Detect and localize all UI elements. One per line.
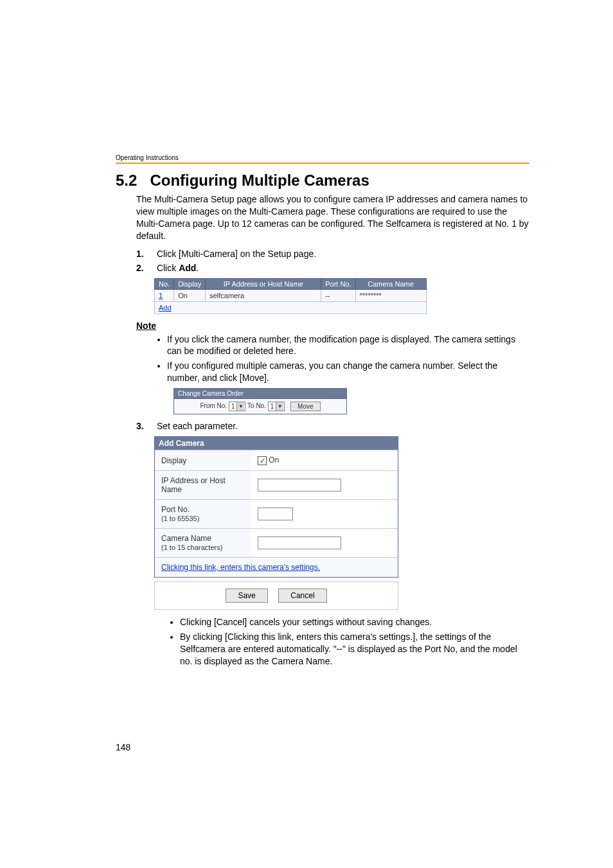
port-input[interactable] [258,508,293,520]
page-number: 148 [116,742,130,752]
note-bullet-2: If you configured multiple cameras, you … [167,360,529,384]
step-1: 1. Click [Multi-Camera] on the Setup pag… [136,249,529,259]
camera-name-input[interactable] [258,536,341,549]
port-label-cell: Port No. (1 to 65535) [155,499,251,528]
camera-table-row-add: Add [155,301,427,314]
th-port: Port No. [321,278,355,289]
th-display: Display [174,278,206,289]
display-label: Display [155,450,251,471]
from-no-select[interactable]: 1▼ [229,402,246,411]
to-no-label: To No. [247,402,266,409]
port-hint: (1 to 65535) [161,515,199,522]
cancel-button[interactable]: Cancel [278,589,326,603]
step-2: 2. Click Add. [136,263,529,273]
port-label: Port No. [161,505,190,514]
step-1-text: Click [Multi-Camera] on the Setup page. [157,249,316,259]
display-cell: ✓ On [251,450,398,471]
post-bullet-1: Clicking [Cancel] cancels your settings … [180,616,529,628]
ip-cell [251,470,398,499]
step-3: 3. Set each parameter. [136,421,529,431]
th-camera-name: Camera Name [355,278,426,289]
camera-row-1-ip: selfcamera [206,289,321,301]
step-2-text: Click Add. [157,263,199,273]
display-checkbox[interactable]: ✓ [258,456,267,465]
camera-name-label: Camera Name [161,534,211,543]
step-2-bold: Add [179,263,196,273]
from-no-value: 1 [231,403,235,410]
display-value: On [269,456,279,465]
camera-name-cell [251,528,398,557]
note-heading: Note [136,321,529,331]
step-2-prefix: Click [157,263,179,273]
camera-add-link[interactable]: Add [155,301,427,314]
chevron-down-icon: ▼ [276,402,283,411]
camera-list-table: No. Display IP Address or Host Name Port… [154,278,427,314]
camera-row-1-display: On [174,289,206,301]
save-button[interactable]: Save [226,589,267,603]
step-3-text: Set each parameter. [157,421,238,431]
change-order-title: Change Camera Order [174,389,346,399]
camera-table-row-1: 1 On selfcamera -- ******** [155,289,427,301]
chevron-down-icon: ▼ [236,402,244,411]
th-no: No. [155,278,174,289]
from-no-label: From No. [200,402,227,409]
camera-name-hint: (1 to 15 characters) [161,544,222,551]
add-camera-title: Add Camera [155,437,398,450]
self-settings-link[interactable]: Clicking this link, enters this camera's… [161,563,320,572]
to-no-value: 1 [271,403,274,410]
step-2-number: 2. [136,263,154,273]
th-ip: IP Address or Host Name [206,278,321,289]
save-cancel-row: Save Cancel [154,581,398,610]
section-heading: 5.2 Configuring Multiple Cameras [116,172,529,190]
change-camera-order-panel: Change Camera Order From No. 1▼ To No. 1… [173,388,347,414]
camera-row-1-name: ******** [355,289,426,301]
step-3-number: 3. [136,421,154,431]
port-cell [251,499,398,528]
camera-row-1-port: -- [321,289,355,301]
change-order-body: From No. 1▼ To No. 1▼ Move [174,399,346,414]
camera-row-1-no-link[interactable]: 1 [155,289,174,301]
post-bullet-2: By clicking [Clicking this link, enters … [180,631,529,668]
running-header: Operating Instructions [116,154,529,161]
section-number: 5.2 [116,172,137,189]
add-camera-panel: Add Camera Display ✓ On IP Address or Ho… [154,436,398,578]
camera-table-header-row: No. Display IP Address or Host Name Port… [155,278,427,289]
section-title-text: Configuring Multiple Cameras [150,172,369,189]
ip-label: IP Address or Host Name [155,470,251,499]
self-settings-link-cell: Clicking this link, enters this camera's… [155,557,398,577]
ip-input[interactable] [258,479,341,492]
camera-name-label-cell: Camera Name (1 to 15 characters) [155,528,251,557]
to-no-select[interactable]: 1▼ [268,402,285,411]
step-2-suffix: . [196,263,199,273]
intro-paragraph: The Multi-Camera Setup page allows you t… [136,193,529,242]
step-1-number: 1. [136,249,154,259]
move-button[interactable]: Move [290,402,320,411]
header-rule [116,163,529,164]
note-bullet-1: If you click the camera number, the modi… [167,333,529,358]
